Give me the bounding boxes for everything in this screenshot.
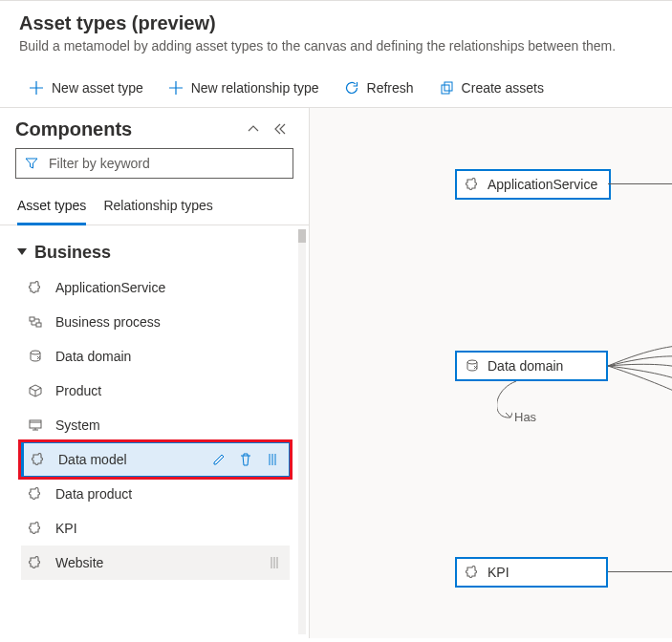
node-kpi[interactable]: KPI bbox=[455, 557, 608, 588]
sidebar-scrollbar[interactable] bbox=[298, 229, 306, 634]
domain-icon bbox=[27, 349, 44, 364]
item-website[interactable]: Website bbox=[21, 546, 290, 580]
puzzle-icon bbox=[27, 486, 44, 502]
caret-down-icon bbox=[17, 248, 27, 255]
item-label: ApplicationService bbox=[55, 280, 282, 295]
puzzle-icon bbox=[465, 565, 480, 580]
item-applicationservice[interactable]: ApplicationService bbox=[21, 270, 290, 305]
group-business-label: Business bbox=[34, 243, 111, 263]
item-label: KPI bbox=[55, 521, 282, 536]
puzzle-icon bbox=[30, 452, 47, 467]
item-label: Data domain bbox=[55, 349, 282, 364]
item-business-process[interactable]: Business process bbox=[21, 305, 290, 339]
edge-fan bbox=[596, 337, 672, 404]
puzzle-icon bbox=[465, 177, 480, 192]
item-label: System bbox=[55, 417, 282, 433]
refresh-icon bbox=[344, 80, 359, 96]
edge-label-has: Has bbox=[512, 410, 538, 424]
item-data-model[interactable]: Data model bbox=[21, 442, 290, 477]
collapse-up-button[interactable] bbox=[240, 118, 267, 140]
process-icon bbox=[27, 314, 44, 330]
plus-icon bbox=[29, 80, 44, 96]
puzzle-icon bbox=[27, 555, 44, 570]
delete-icon[interactable] bbox=[237, 452, 254, 467]
item-label: Data model bbox=[58, 452, 199, 467]
item-label: Data product bbox=[55, 486, 282, 502]
collapse-panel-button[interactable] bbox=[267, 118, 293, 140]
drag-handle-icon[interactable] bbox=[264, 452, 281, 467]
item-label: Website bbox=[55, 555, 255, 570]
item-data-domain[interactable]: Data domain bbox=[21, 339, 290, 374]
page-subtitle: Build a metamodel by adding asset types … bbox=[19, 38, 653, 54]
edit-icon[interactable] bbox=[210, 452, 228, 467]
page-title: Asset types (preview) bbox=[19, 12, 653, 34]
item-label: Product bbox=[55, 383, 282, 398]
item-kpi[interactable]: KPI bbox=[21, 511, 290, 546]
new-asset-type-button[interactable]: New asset type bbox=[19, 75, 153, 101]
create-assets-label: Create assets bbox=[462, 80, 544, 96]
components-panel: Components Asset types Relationship type… bbox=[0, 108, 310, 638]
refresh-label: Refresh bbox=[367, 80, 414, 96]
refresh-button[interactable]: Refresh bbox=[335, 75, 423, 101]
node-data-domain[interactable]: Data domain bbox=[455, 351, 608, 381]
domain-icon bbox=[465, 358, 480, 374]
item-label: Business process bbox=[55, 314, 282, 330]
item-data-product[interactable]: Data product bbox=[21, 477, 290, 511]
system-icon bbox=[27, 417, 44, 433]
new-relationship-type-button[interactable]: New relationship type bbox=[159, 75, 329, 101]
edge bbox=[608, 571, 672, 572]
toolbar: New asset type New relationship type Ref… bbox=[0, 69, 672, 108]
node-label: Data domain bbox=[488, 358, 563, 374]
item-product[interactable]: Product bbox=[21, 374, 290, 408]
filter-field[interactable] bbox=[15, 148, 293, 179]
plus-icon bbox=[168, 80, 184, 96]
create-assets-button[interactable]: Create assets bbox=[429, 75, 553, 101]
canvas[interactable]: ApplicationService Data domain Has KPI bbox=[310, 108, 672, 638]
node-label: ApplicationService bbox=[488, 177, 597, 192]
group-business[interactable]: Business bbox=[17, 239, 290, 270]
tab-relationship-types[interactable]: Relationship types bbox=[103, 190, 212, 225]
new-relationship-type-label: New relationship type bbox=[191, 80, 319, 96]
components-title: Components bbox=[15, 118, 240, 140]
node-label: KPI bbox=[488, 565, 509, 580]
puzzle-icon bbox=[27, 280, 44, 295]
node-applicationservice[interactable]: ApplicationService bbox=[455, 169, 611, 200]
new-asset-type-label: New asset type bbox=[52, 80, 143, 96]
filter-icon bbox=[24, 156, 39, 171]
filter-input[interactable] bbox=[47, 155, 285, 172]
create-assets-icon bbox=[439, 80, 454, 96]
drag-handle-icon[interactable] bbox=[267, 555, 282, 570]
puzzle-icon bbox=[27, 521, 44, 536]
cube-icon bbox=[27, 383, 44, 398]
edge bbox=[608, 183, 672, 184]
sidebar-scrollbar-thumb[interactable] bbox=[298, 229, 306, 243]
item-system[interactable]: System bbox=[21, 408, 290, 442]
tab-asset-types[interactable]: Asset types bbox=[17, 190, 86, 225]
